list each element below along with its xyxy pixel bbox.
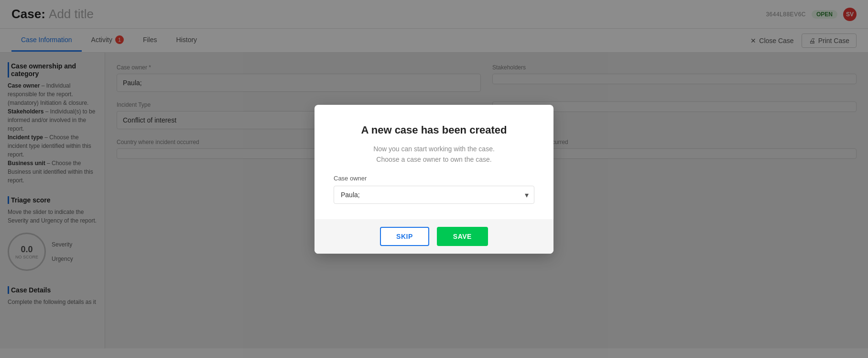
case-owner-select-wrapper: Paula; <box>334 186 534 204</box>
save-button[interactable]: SAVE <box>437 227 488 246</box>
modal: A new case has been created Now you can … <box>315 105 553 254</box>
modal-subtitle1: Now you can start working with the case. <box>334 145 534 153</box>
modal-body: A new case has been created Now you can … <box>315 105 553 219</box>
case-owner-select[interactable]: Paula; <box>334 186 534 204</box>
modal-subtitle2: Choose a case owner to own the case. <box>334 156 534 163</box>
modal-title: A new case has been created <box>334 124 534 136</box>
modal-case-owner-label: Case owner <box>334 175 534 182</box>
modal-overlay: A new case has been created Now you can … <box>0 0 868 348</box>
modal-footer: SKIP SAVE <box>315 219 553 254</box>
skip-button[interactable]: SKIP <box>380 227 429 246</box>
